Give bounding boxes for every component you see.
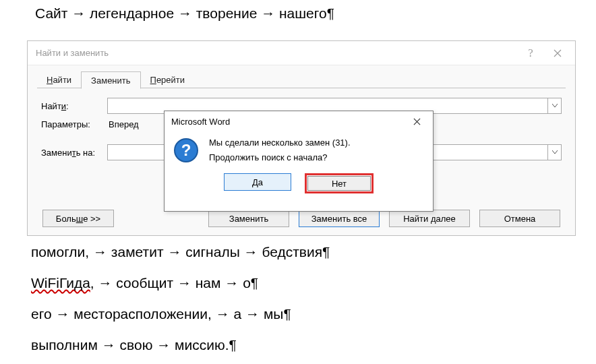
- no-button-highlight: Нет: [305, 173, 374, 193]
- more-button[interactable]: Больше >>: [42, 210, 114, 227]
- chevron-down-icon: [552, 104, 558, 108]
- close-icon: [554, 49, 562, 57]
- tab-goto[interactable]: Перейти: [141, 71, 195, 88]
- doc-line-1: Сайт → легендарное → творение → нашего¶: [35, 5, 334, 22]
- doc-line-2: помогли, → заметит → сигналы → бедствия¶: [31, 244, 330, 260]
- replace-label: Заменить на:: [41, 148, 107, 158]
- question-icon: ?: [174, 138, 198, 162]
- tab-replace[interactable]: Заменить: [81, 71, 140, 89]
- no-button[interactable]: Нет: [307, 176, 371, 191]
- find-next-button[interactable]: Найти далее: [389, 210, 470, 227]
- doc-line-3: WiFiГида, → сообщит → нам → о¶: [31, 275, 258, 291]
- close-icon: [413, 118, 421, 125]
- replace-dropdown-button[interactable]: [547, 145, 561, 160]
- dialog-title: Найти и заменить: [36, 48, 109, 58]
- doc-line-4: его → месторасположении, → а → мы¶: [31, 306, 291, 322]
- find-label: Найти:: [41, 101, 107, 111]
- yes-button[interactable]: Да: [224, 173, 291, 191]
- params-label: Параметры:: [41, 119, 107, 129]
- spell-error: WiFiГида: [31, 275, 90, 291]
- replace-all-button[interactable]: Заменить все: [299, 210, 380, 227]
- dialog-titlebar[interactable]: Найти и заменить ?: [28, 41, 575, 65]
- params-value: Вперед: [107, 119, 139, 129]
- doc-line-5: выполним → свою → миссию.¶: [31, 337, 237, 353]
- tab-find[interactable]: Найти: [37, 71, 81, 88]
- tab-bar: Найти Заменить Перейти: [37, 69, 566, 88]
- help-button[interactable]: ?: [517, 43, 544, 63]
- message-titlebar[interactable]: Microsoft Word: [165, 111, 433, 131]
- message-box: Microsoft Word ? Мы сделали несколько за…: [164, 111, 434, 212]
- message-line-1: Мы сделали несколько замен (31).: [209, 135, 351, 150]
- message-line-2: Продолжить поиск с начала?: [209, 150, 351, 165]
- replace-button[interactable]: Заменить: [208, 210, 289, 227]
- close-button[interactable]: [544, 43, 571, 63]
- cancel-button[interactable]: Отмена: [479, 210, 560, 227]
- message-close-button[interactable]: [403, 113, 430, 129]
- message-title: Microsoft Word: [171, 117, 403, 127]
- find-dropdown-button[interactable]: [547, 98, 561, 113]
- chevron-down-icon: [552, 150, 558, 154]
